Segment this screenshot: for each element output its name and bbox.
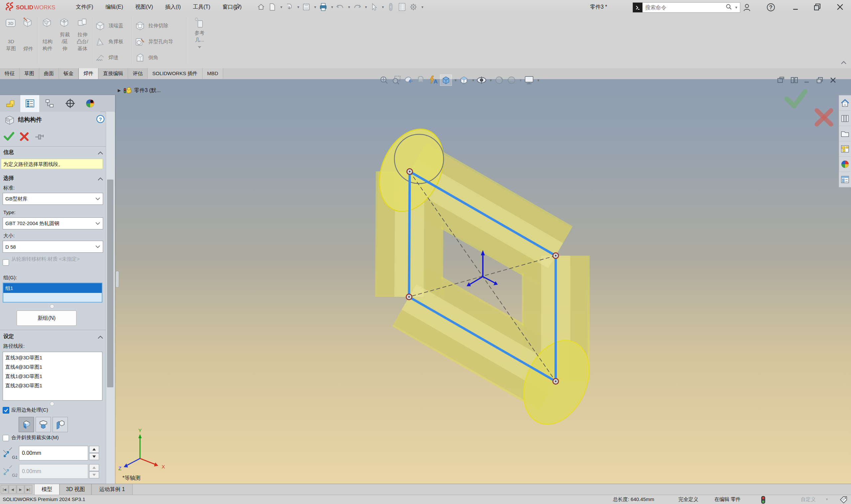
group-list-resize-handle[interactable] (50, 304, 54, 308)
confirm-ok-icon[interactable] (787, 91, 805, 106)
zoom-to-fit-icon[interactable] (378, 75, 390, 86)
display-style-icon[interactable] (476, 75, 487, 86)
previous-view-icon[interactable] (403, 75, 414, 86)
publish-icon[interactable] (284, 2, 294, 12)
prev-tab-button[interactable]: ◀ (8, 485, 16, 494)
options-dropdown[interactable]: ▼ (421, 5, 424, 9)
display-style-dropdown[interactable]: ▼ (489, 78, 493, 82)
tab-solidworks-addins[interactable]: SOLIDWORKS 插件 (148, 68, 202, 79)
tab-evaluate[interactable]: 评估 (128, 68, 148, 79)
edit-appearance-icon[interactable] (506, 75, 517, 86)
3d-views-tab[interactable]: 3D 视图 (59, 484, 91, 495)
new-document-icon[interactable] (267, 2, 277, 12)
group-list-item-selected[interactable]: 组1 (3, 283, 102, 293)
search-dropdown[interactable]: ▼ (734, 6, 738, 9)
save-dropdown[interactable]: ▼ (314, 5, 317, 9)
menu-file[interactable]: 文件(F) (71, 0, 99, 14)
menu-insert[interactable]: 插入(I) (160, 0, 186, 14)
ribbon-trim-extend-button[interactable]: 剪裁/延伸 (56, 17, 73, 66)
publish-dropdown[interactable]: ▼ (297, 5, 300, 9)
design-library-icon[interactable] (839, 111, 851, 126)
path-segment-item[interactable]: 直线4@3D草图1 (3, 362, 102, 372)
dynamic-annotation-icon[interactable]: A (428, 75, 439, 86)
menu-window[interactable]: 窗口(W) (217, 0, 247, 14)
group-list[interactable]: 组1 (3, 283, 103, 303)
first-tab-button[interactable]: |◀ (1, 485, 8, 494)
settings-collapse-icon[interactable] (98, 336, 103, 339)
zoom-to-area-icon[interactable] (391, 75, 402, 86)
ribbon-extrude-boss-button[interactable]: 拉伸凸台/基体 (74, 17, 91, 66)
corner-end-butt2-button[interactable] (53, 417, 68, 432)
standard-select[interactable]: GB型材库 (3, 193, 103, 205)
breadcrumb-label[interactable]: 零件3 (默... (134, 87, 161, 94)
tab-sketch[interactable]: 草图 (20, 68, 39, 79)
reference-geometry-dropdown[interactable] (197, 46, 201, 49)
restore-window-icon[interactable] (812, 3, 823, 13)
menu-view[interactable]: 视图(V) (130, 0, 158, 14)
view-orientation-dropdown[interactable]: ▼ (472, 78, 475, 82)
ribbon-chamfer-button[interactable]: 倒角 (134, 50, 158, 65)
view-settings-dropdown[interactable]: ▼ (537, 78, 540, 82)
ribbon-3d-sketch-button[interactable]: 3D 3D草图 (3, 17, 19, 66)
display-manager-tab[interactable] (80, 95, 101, 112)
merge-miter-bodies-checkbox[interactable] (3, 435, 9, 441)
task-list-icon[interactable] (397, 2, 407, 12)
tab-surfaces[interactable]: 曲面 (39, 68, 59, 79)
minimize-document-icon[interactable] (803, 76, 811, 84)
path-segment-item[interactable]: 直线3@3D草图1 (3, 353, 102, 362)
traffic-light-icon[interactable] (761, 496, 765, 504)
graphics-area[interactable]: Y X Z ▶ 零件3 (默... A ▼ ▼ ▼ (0, 79, 851, 484)
print-dropdown[interactable]: ▼ (331, 5, 334, 9)
tile-windows-icon[interactable] (790, 76, 798, 84)
search-icon[interactable] (726, 4, 732, 12)
home-icon[interactable] (256, 2, 266, 12)
ribbon-weldment-button[interactable]: 焊件 (20, 17, 37, 66)
size-select[interactable]: D 58 (3, 241, 103, 253)
panel-scrollbar-thumb[interactable] (107, 180, 113, 387)
path-segments-list[interactable]: 直线3@3D草图1 直线4@3D草图1 直线1@3D草图1 直线2@3D草图1 (3, 352, 103, 401)
close-window-icon[interactable] (834, 3, 846, 13)
tab-features[interactable]: 特征 (0, 68, 20, 79)
print-icon[interactable] (318, 2, 328, 12)
search-input[interactable] (642, 5, 726, 11)
next-tab-button[interactable]: ▶ (17, 485, 24, 494)
cancel-button[interactable] (19, 132, 29, 142)
path-segment-item[interactable]: 直线1@3D草图1 (3, 372, 102, 381)
new-window-icon[interactable] (777, 76, 785, 84)
ribbon-reference-geometry-button[interactable]: 参考几... (189, 17, 210, 66)
settings-section-header[interactable]: 设定 (3, 333, 14, 340)
section-view-icon[interactable] (415, 75, 427, 86)
breadcrumb-expand-icon[interactable]: ▶ (118, 88, 121, 93)
breadcrumb[interactable]: ▶ 零件3 (默... (118, 87, 161, 94)
motion-study-tab[interactable]: 运动算例 1 (91, 484, 133, 495)
undo-dropdown[interactable]: ▼ (348, 5, 351, 9)
feature-manager-tree-tab[interactable] (0, 95, 21, 112)
appearances-scenes-icon[interactable] (839, 157, 851, 172)
select-dropdown[interactable]: ▼ (381, 5, 385, 9)
user-account-icon[interactable] (742, 3, 751, 13)
ribbon-weld-bead-button[interactable]: 焊缝 (94, 50, 118, 65)
magnet-icon[interactable] (386, 2, 396, 12)
panel-help-icon[interactable]: ? (96, 114, 105, 124)
tag-icon[interactable] (839, 496, 848, 504)
apply-corner-treatment-checkbox[interactable] (3, 407, 9, 414)
solidworks-resources-icon[interactable] (839, 95, 851, 111)
close-document-icon[interactable] (829, 76, 837, 84)
last-tab-button[interactable]: ▶| (24, 485, 32, 494)
panel-scrollbar[interactable] (106, 112, 115, 484)
segments-list-resize-handle[interactable] (50, 402, 54, 406)
select-cursor-icon[interactable] (369, 2, 379, 12)
custom-view-dropdown[interactable]: ▼ (826, 498, 828, 501)
tab-sheet-metal[interactable]: 钣金 (59, 68, 78, 79)
view-orientation-icon[interactable] (458, 75, 469, 86)
redo-dropdown[interactable]: ▼ (365, 5, 368, 9)
corner-end-miter-button[interactable] (19, 417, 34, 432)
section-tool-icon[interactable] (440, 74, 452, 86)
property-manager-tab[interactable] (20, 95, 39, 112)
corner-end-butt1-button[interactable] (36, 417, 51, 432)
info-section-header[interactable]: 信息 (3, 149, 14, 156)
gap1-input[interactable] (19, 446, 88, 461)
tab-mbd[interactable]: MBD (202, 68, 223, 79)
pin-menu-icon[interactable] (233, 3, 241, 12)
model-tab[interactable]: 模型 (34, 484, 59, 495)
